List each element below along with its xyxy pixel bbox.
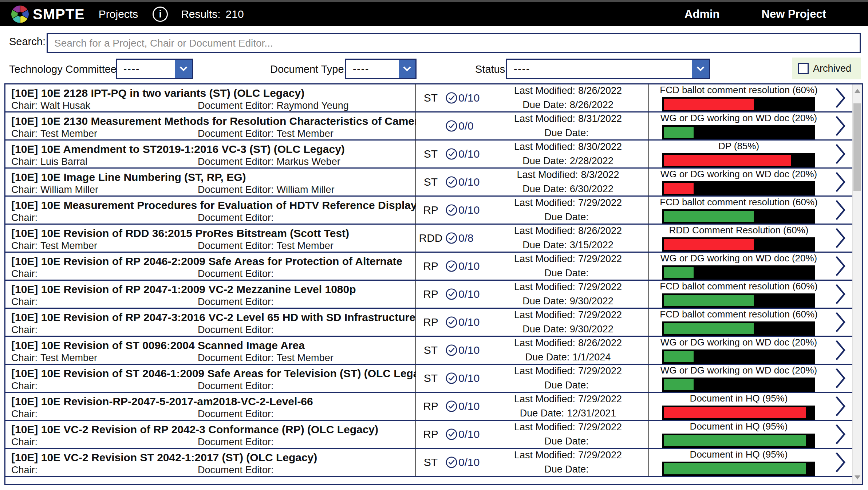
last-modified: Last Modified:8/26/2022 xyxy=(514,336,622,350)
progress-bar-fill xyxy=(664,435,806,446)
scroll-up-icon[interactable] xyxy=(855,89,860,93)
project-row[interactable]: [10E] 10E Measurement Procedures for Eva… xyxy=(5,197,852,225)
status-stage-label: FCD ballot comment resolution (60%) xyxy=(660,197,818,208)
project-row[interactable]: [10E] 10E Revision of RP 2047-3:2016 VC-… xyxy=(5,309,852,337)
document-type-cell: ST xyxy=(416,365,445,392)
chevron-down-icon[interactable] xyxy=(399,60,415,78)
last-modified-label: Last Modified: xyxy=(514,422,575,432)
project-row[interactable]: [10E] 10E Revision-RP-2047-5-2017-am2018… xyxy=(5,393,852,421)
project-rows: [10E] 10E 2128 IPT-PQ in two variants (S… xyxy=(5,84,852,477)
last-modified: Last Modified:8/3/2022 xyxy=(517,168,619,182)
review-count-cell: 0/10 xyxy=(445,169,488,195)
editor-label: Document Editor: xyxy=(198,352,274,363)
project-row[interactable]: [10E] 10E Image Line Numbering (ST, RP, … xyxy=(5,169,852,197)
last-modified: Last Modified:8/26/2022 xyxy=(514,224,622,238)
project-title: [10E] 10E Revision of RP 2046-2:2009 Saf… xyxy=(11,254,412,268)
progress-bar-fill xyxy=(664,351,694,362)
progress-cell: FCD ballot comment resolution (60%) xyxy=(649,309,828,336)
last-modified-value: 7/29/2022 xyxy=(578,365,622,376)
open-project-button[interactable] xyxy=(828,84,852,111)
open-project-button[interactable] xyxy=(828,141,852,167)
project-row[interactable]: [10E] 10E Revision of RDD 36:2015 ProRes… xyxy=(5,225,852,253)
chair-value: William Miller xyxy=(40,184,98,195)
project-editor: Document Editor: xyxy=(198,268,412,280)
last-modified-label: Last Modified: xyxy=(514,253,575,264)
review-count-cell: 0/10 xyxy=(445,449,488,476)
open-project-button[interactable] xyxy=(828,253,852,280)
open-project-button[interactable] xyxy=(828,393,852,420)
due-date: Due Date: xyxy=(544,378,592,392)
project-chair: Chair: xyxy=(11,296,198,308)
last-modified: Last Modified:7/29/2022 xyxy=(514,280,622,294)
new-project-button[interactable]: New Project xyxy=(762,8,826,21)
last-modified-label: Last Modified: xyxy=(514,394,575,404)
project-title: [10E] 10E Revision of RP 2047-3:2016 VC-… xyxy=(11,311,412,324)
project-row[interactable]: [10E] 10E Revision of RP 2046-2:2009 Saf… xyxy=(5,253,852,281)
chair-label: Chair: xyxy=(11,408,38,419)
project-row[interactable]: [10E] 10E 2128 IPT-PQ in two variants (S… xyxy=(5,84,852,112)
editor-value: Test Member xyxy=(277,128,334,139)
scrollbar-thumb[interactable] xyxy=(853,103,861,191)
technology-committee-select[interactable]: ---- xyxy=(116,59,193,79)
project-chair: Chair:Luis Barral xyxy=(11,156,198,167)
project-row[interactable]: [10E] 10E Revision of ST 2046-1:2009 Saf… xyxy=(5,365,852,393)
due-date: Due Date: xyxy=(544,266,592,280)
last-modified: Last Modified:7/29/2022 xyxy=(514,308,622,322)
progress-bar-fill xyxy=(664,183,694,194)
project-row[interactable]: [10E] 10E Amendment to ST2019-1:2016 VC-… xyxy=(5,141,852,169)
due-date-value: 3/15/2022 xyxy=(570,240,613,250)
open-project-button[interactable] xyxy=(828,225,852,252)
last-modified: Last Modified:7/29/2022 xyxy=(514,252,622,266)
due-date: Due Date:8/26/2022 xyxy=(522,98,613,112)
project-row[interactable]: [10E] 10E 2130 Measurement Methods for R… xyxy=(5,112,852,141)
open-project-button[interactable] xyxy=(828,421,852,448)
due-date-label: Due Date: xyxy=(522,155,567,166)
project-editor: Document Editor:Test Member xyxy=(198,240,412,252)
open-project-button[interactable] xyxy=(828,449,852,476)
open-project-button[interactable] xyxy=(828,337,852,364)
chevron-down-icon[interactable] xyxy=(175,60,192,78)
chevron-right-icon xyxy=(835,226,846,250)
status-select[interactable]: ---- xyxy=(506,59,710,79)
review-count: 0/10 xyxy=(458,316,480,328)
admin-link[interactable]: Admin xyxy=(684,8,719,21)
status-stage-label: RDD Comment Resolution (60%) xyxy=(669,225,809,236)
editor-label: Document Editor: xyxy=(198,240,274,251)
last-modified-value: 7/29/2022 xyxy=(578,197,622,208)
vertical-scrollbar[interactable] xyxy=(852,84,862,484)
document-type-select[interactable]: ---- xyxy=(345,59,417,79)
document-type-cell: RP xyxy=(416,421,445,448)
status-label: Status: xyxy=(475,63,508,75)
last-modified-value: 8/30/2022 xyxy=(578,141,622,152)
project-row[interactable]: [10E] 10E Revision of RP 2047-1:2009 VC-… xyxy=(5,281,852,309)
progress-bar xyxy=(662,237,815,252)
results-label: Results: xyxy=(181,8,220,20)
progress-bar xyxy=(662,153,815,167)
document-type-cell: ST xyxy=(416,84,445,111)
chair-label: Chair: xyxy=(11,128,38,139)
scroll-down-icon[interactable] xyxy=(855,475,860,479)
chair-label: Chair: xyxy=(11,212,38,223)
open-project-button[interactable] xyxy=(828,197,852,224)
archived-checkbox[interactable] xyxy=(798,63,809,74)
open-project-button[interactable] xyxy=(828,309,852,336)
chair-label: Chair: xyxy=(11,100,38,111)
project-chair: Chair:William Miller xyxy=(11,184,198,195)
chevron-right-icon xyxy=(835,311,846,334)
chevron-down-icon[interactable] xyxy=(692,60,709,78)
open-project-button[interactable] xyxy=(828,169,852,195)
project-row[interactable]: [10E] 10E VC-2 Revision ST 2042-1:2017 (… xyxy=(5,449,852,477)
project-title-cell: [10E] 10E Revision of ST 0096:2004 Scann… xyxy=(5,337,416,364)
project-row[interactable]: [10E] 10E VC-2 Revision of RP 2042-3 Con… xyxy=(5,421,852,449)
info-icon[interactable]: i xyxy=(153,7,168,22)
project-row[interactable]: [10E] 10E Revision of ST 0096:2004 Scann… xyxy=(5,337,852,365)
search-input[interactable] xyxy=(47,33,861,53)
due-date-label: Due Date: xyxy=(522,183,567,194)
open-project-button[interactable] xyxy=(828,281,852,308)
editor-label: Document Editor: xyxy=(198,465,274,475)
review-count-cell: 0/10 xyxy=(445,393,488,420)
nav-projects[interactable]: Projects xyxy=(99,8,138,20)
open-project-button[interactable] xyxy=(828,365,852,392)
open-project-button[interactable] xyxy=(828,112,852,139)
progress-bar xyxy=(662,97,815,111)
